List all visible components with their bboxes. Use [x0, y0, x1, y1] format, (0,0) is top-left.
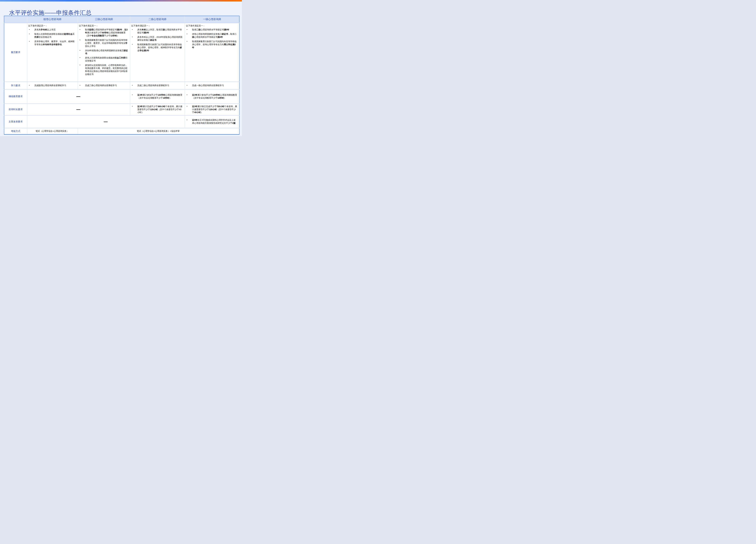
bullet-item: •近3年累计参加不少于120学时心理咨询继续教育（其中专业伦理教育不少于18学时…	[131, 94, 183, 100]
bullet-text: 近3年累计参加不少于120学时心理咨询继续教育（其中专业伦理教育不少于18学时）	[137, 94, 183, 100]
bullet-text: 取得国家教育行政部门认可的国内外高等学校临床心理学、咨询心理学等专业方向博士学位…	[192, 40, 238, 49]
table-cell: 以下条件满足其一：•具有本科以上学历，取得三级心理咨询师水平等级证书满3年•具有…	[130, 23, 185, 82]
table-cell	[27, 104, 130, 115]
cell-intro: 以下条件满足其一：	[131, 24, 183, 27]
table-cell: •完成二级心理咨询师全部课程学习	[130, 82, 185, 89]
table-body: 履历要求以下条件满足其一：•具有大学专科以上学历•取得人社部和民政部联合颁发的助…	[4, 23, 239, 134]
table-cell: •近3年累计独立完成不少于720小时个体咨询，累计接受督导不少于120小时（其中…	[185, 104, 239, 115]
column-header: 一级心理咨询师	[185, 16, 239, 23]
bullet-item: •取得国家教育行政部门认可的国内外高等学校临床心理学、咨询心理学、精神医学等专业…	[131, 43, 183, 52]
bullet-item: •完成一级心理咨询师全部课程学习	[186, 84, 238, 87]
bullet-item: •取得人社部和民政部联合颁发的助理社会工作师职业资格证书	[28, 33, 76, 39]
bullet-item: •近3年累计完成不少于360小时个体咨询，累计接受督导不少于120小时（其中个体…	[131, 105, 183, 114]
column-header: 三级心理咨询师	[78, 16, 130, 23]
table-cell	[27, 89, 130, 104]
table-cell: •近3年累计完成不少于360小时个体咨询，累计接受督导不少于120小时（其中个体…	[130, 104, 185, 115]
cell-intro: 以下条件满足其一：	[186, 24, 238, 27]
bullet-item: •参加经认定的国内高校、心理学机构举办的，有系统教学大纲、评价规范，有完整培训过…	[79, 64, 129, 76]
bullet-text: 取得国家教育行政部门认可的国内外高等学校心理学、教育学、社会学和精神医学等专业学…	[85, 39, 129, 48]
table-cell: •完成三级心理咨询师全部课程学习	[78, 82, 130, 89]
bullet-marker-icon: •	[131, 36, 137, 42]
bullet-text: 近3年累计参加不少于120学时心理咨询继续教育（其中专业伦理教育不少于18学时）	[192, 94, 238, 100]
bullet-item: •高等学校心理学、教育学、社会学、精神医学等专业本专科毕业年级学生	[28, 40, 76, 46]
table-cell: 笔试（心理学综合+心理咨询实务）+综合评审	[78, 128, 239, 134]
bullet-text: 2018年前取得心理咨询师国家职业资格三级证书	[85, 49, 129, 55]
table-cell: •完成助理心理咨询师全部课程学习	[27, 82, 78, 89]
bullet-text: 具有人社部和民政部联合颁发的社会工作师职业资格证书	[85, 56, 129, 62]
bullet-text: 高等学校心理学、教育学、社会学、精神医学等专业本专科毕业年级学生	[34, 40, 76, 46]
bullet-item: •取得助理心理咨询师水平等级证书满2年，近2年累计参加不少于80学时心理咨询继续…	[79, 28, 129, 37]
dash-placeholder	[104, 122, 108, 122]
bullet-marker-icon: •	[131, 105, 137, 114]
bullet-item: •具有本科以上学历，取得三级心理咨询师水平等级证书满3年	[131, 28, 183, 34]
bullet-marker-icon: •	[186, 94, 192, 100]
bullet-item: •具有本科以上学历，2018年前取得心理咨询师国家职业资格二级证书	[131, 36, 183, 42]
bullet-marker-icon: •	[28, 28, 34, 31]
bullet-marker-icon: •	[186, 33, 192, 39]
bullet-text: 完成助理心理咨询师全部课程学习	[34, 84, 76, 87]
bullet-marker-icon: •	[79, 64, 85, 76]
bullet-text: 完成二级心理咨询师全部课程学习	[137, 84, 183, 87]
bullet-item: •具有人社部和民政部联合颁发的社会工作师职业资格证书	[79, 56, 129, 62]
bullet-marker-icon: •	[186, 105, 192, 114]
column-header: 二级心理咨询师	[130, 16, 185, 23]
bullet-text: 完成一级心理咨询师全部课程学习	[192, 84, 238, 87]
bullet-marker-icon: •	[186, 28, 192, 31]
row-label: 继续教育要求	[4, 89, 27, 104]
bullet-text: 近3年累计独立完成不少于720小时个体咨询，累计接受督导不少于120小时（其中个…	[192, 105, 238, 114]
table-cell: 笔试（心理学综合+心理咨询实务）	[27, 128, 78, 134]
cell-intro: 以下条件满足其一：	[79, 24, 129, 27]
bullet-marker-icon: •	[79, 56, 85, 62]
bullet-marker-icon: •	[131, 28, 137, 34]
bullet-text: 完成三级心理咨询师全部课程学习	[85, 84, 129, 87]
bullet-marker-icon: •	[131, 84, 137, 87]
column-header: 助理心理咨询师	[27, 16, 78, 23]
bullet-text: 取得国家教育行政部门认可的国内外高等学校临床心理学、咨询心理学、精神医学等专业方…	[137, 43, 183, 52]
table-cell	[27, 115, 185, 128]
row-label: 咨询时长要求	[4, 104, 27, 115]
page-title: 水平评价实施——申报条件汇总	[9, 10, 92, 16]
bullet-text: 取得人社部和民政部联合颁发的助理社会工作师职业资格证书	[34, 33, 76, 39]
bullet-marker-icon: •	[131, 94, 137, 100]
bullet-marker-icon: •	[79, 84, 85, 87]
table-cell: 以下条件满足其一：•取得助理心理咨询师水平等级证书满2年，近2年累计参加不少于8…	[78, 23, 130, 82]
slide: 水平评价实施——申报条件汇总 助理心理咨询师三级心理咨询师二级心理咨询师一级心理…	[0, 0, 242, 136]
bullet-item: •近3年累计参加不少于120学时心理咨询继续教育（其中专业伦理教育不少于18学时…	[186, 94, 238, 100]
bullet-item: •2018年前取得心理咨询师国家职业资格三级证书	[79, 49, 129, 55]
requirements-table: 助理心理咨询师三级心理咨询师二级心理咨询师一级心理咨询师 履历要求以下条件满足其…	[4, 16, 240, 135]
bullet-item: •近5年在正式刊物或全国性心理学学术会议上发表心理咨询相关案例报告或研究论文不少…	[186, 119, 238, 125]
header-corner-cell	[4, 16, 27, 23]
top-gradient-bar	[0, 0, 242, 2]
bullet-item: •具有大学专科以上学历	[28, 28, 76, 31]
bullet-marker-icon: •	[28, 33, 34, 39]
bullet-text: 具有本科以上学历，2018年前取得心理咨询师国家职业资格二级证书	[137, 36, 183, 42]
row-label: 考核方式	[4, 128, 27, 134]
table-cell: 以下条件满足其一：•取得二级心理咨询师水平等级证书满5年•持有心理咨询师国家职业…	[185, 23, 239, 82]
table-header-row: 助理心理咨询师三级心理咨询师二级心理咨询师一级心理咨询师	[4, 16, 239, 23]
bullet-text: 取得二级心理咨询师水平等级证书满5年	[192, 28, 238, 31]
bullet-text: 具有大学专科以上学历	[34, 28, 76, 31]
row-label: 文章发表要求	[4, 115, 27, 128]
dash-placeholder	[76, 96, 80, 97]
bullet-marker-icon: •	[28, 40, 34, 46]
bullet-marker-icon: •	[186, 119, 192, 125]
bullet-item: •取得国家教育行政部门认可的国内外高等学校心理学、教育学、社会学和精神医学等专业…	[79, 39, 129, 48]
bullet-item: •完成二级心理咨询师全部课程学习	[131, 84, 183, 87]
row-label: 履历要求	[4, 23, 27, 82]
bullet-marker-icon: •	[28, 84, 34, 87]
bullet-text: 近5年在正式刊物或全国性心理学学术会议上发表心理咨询相关案例报告或研究论文不少于…	[192, 119, 238, 125]
cell-intro: 以下条件满足其一：	[28, 24, 76, 27]
bullet-marker-icon: •	[186, 84, 192, 87]
bullet-text: 近3年累计完成不少于360小时个体咨询，累计接受督导不少于120小时（其中个体督…	[137, 105, 183, 114]
table-cell: •近5年在正式刊物或全国性心理学学术会议上发表心理咨询相关案例报告或研究论文不少…	[185, 115, 239, 128]
bullet-item: •完成三级心理咨询师全部课程学习	[79, 84, 129, 87]
bullet-marker-icon: •	[79, 39, 85, 48]
bullet-item: •近3年累计独立完成不少于720小时个体咨询，累计接受督导不少于120小时（其中…	[186, 105, 238, 114]
bullet-item: •取得二级心理咨询师水平等级证书满5年	[186, 28, 238, 31]
bullet-text: 参加经认定的国内高校、心理学机构举办的，有系统教学大纲、评价规范，有完整培训过程…	[85, 64, 129, 76]
bullet-text: 取得助理心理咨询师水平等级证书满2年，近2年累计参加不少于80学时心理咨询继续教…	[85, 28, 129, 37]
table-cell: •近3年累计参加不少于120学时心理咨询继续教育（其中专业伦理教育不少于18学时…	[130, 89, 185, 104]
table-cell: 以下条件满足其一：•具有大学专科以上学历•取得人社部和民政部联合颁发的助理社会工…	[27, 23, 78, 82]
bullet-marker-icon: •	[79, 49, 85, 55]
row-label: 学习要求	[4, 82, 27, 89]
